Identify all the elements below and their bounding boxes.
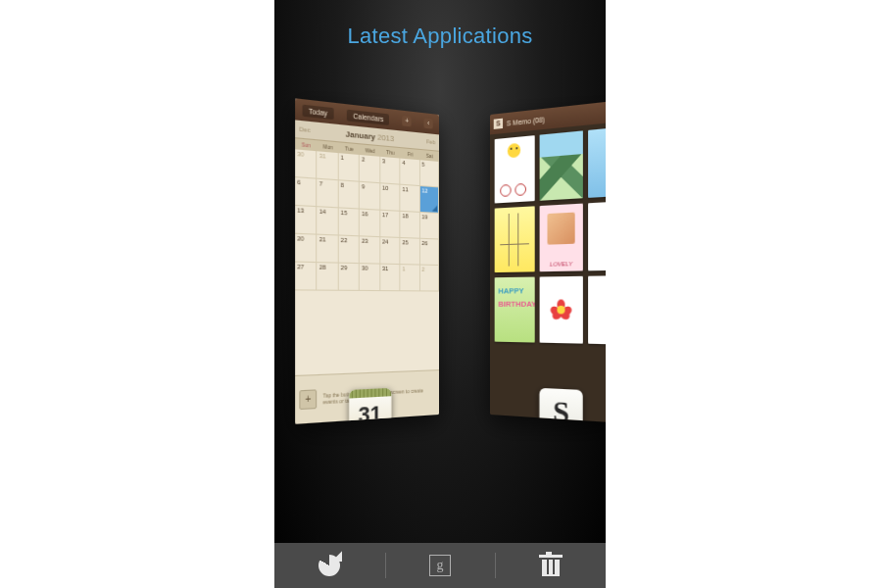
recent-apps-screen: Latest Applications Today Calendars + ‹ … [274,0,606,588]
bottom-toolbar: g [274,543,606,588]
planner-tab-calendars: Calendars [347,109,389,124]
memo-icon: S [540,388,583,424]
memo-note [588,125,606,197]
memo-note [495,206,535,272]
memo-note: HAPPYBIRTHDAY [495,277,535,343]
memo-note [588,201,606,271]
memo-note [540,276,583,344]
google-icon: g [429,555,451,576]
planner-grid: 3031123456789101112131415161718192021222… [295,149,439,291]
memo-note [588,275,606,345]
recent-app-card-splanner[interactable]: Today Calendars + ‹ Dec January 2013 Feb… [295,98,439,424]
task-manager-button[interactable] [274,543,385,588]
prev-month-label: Dec [299,125,310,133]
memo-title: S Memo (08) [507,116,545,126]
recent-app-card-smemo[interactable]: S S Memo (08) + LOVELY HAPPYBIRTHDAY S S… [490,98,606,424]
memo-note: LOVELY [540,204,583,272]
planner-back-icon: ‹ [424,118,433,128]
month-label: January 2013 [346,128,395,142]
planner-tab-today: Today [302,104,333,119]
screen-title: Latest Applications [274,24,606,49]
next-month-label: Feb [426,138,435,145]
app-icon-smemo[interactable]: S S Memo [537,388,585,424]
clear-all-button[interactable] [495,543,606,588]
pie-chart-icon [318,555,340,576]
planner-add-icon: + [402,116,411,126]
memo-note [495,135,535,203]
memo-note [540,130,583,200]
google-button[interactable]: g [385,543,496,588]
app-icon-splanner[interactable]: 31 S Planner [342,388,397,424]
recent-apps-carousel[interactable]: Today Calendars + ‹ Dec January 2013 Feb… [274,118,606,490]
memo-grid: LOVELY HAPPYBIRTHDAY [490,120,606,423]
calendar-icon: 31 [349,388,391,424]
trash-icon [541,555,561,576]
memo-app-icon: S [494,119,503,129]
planner-footer-add-icon: + [299,389,317,410]
